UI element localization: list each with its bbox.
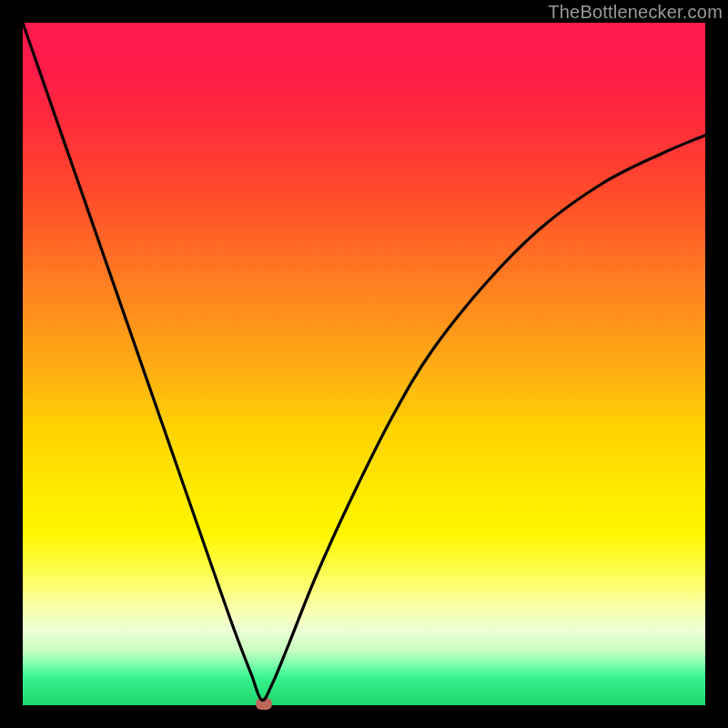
watermark-text: TheBottlenecker.com	[548, 2, 723, 23]
curve-layer	[23, 23, 705, 705]
chart-stage: TheBottlenecker.com	[0, 0, 728, 728]
plot-area	[23, 23, 705, 705]
bottleneck-curve	[23, 23, 705, 700]
